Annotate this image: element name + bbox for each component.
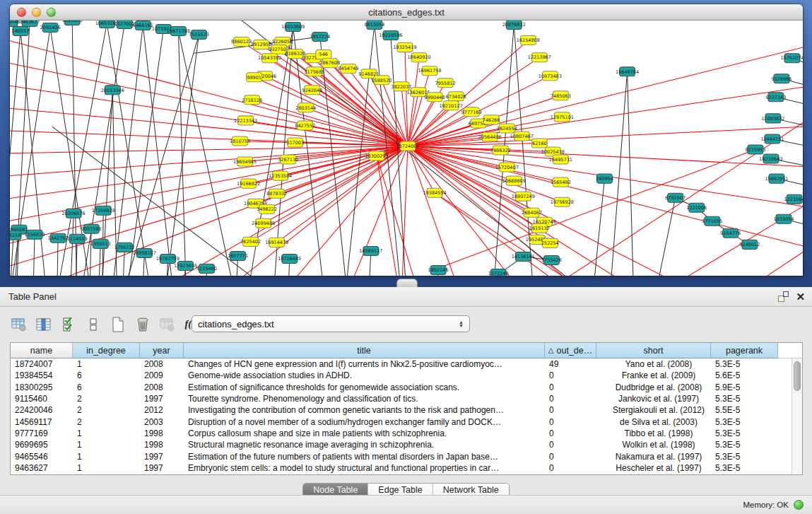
float-panel-icon[interactable] [778,291,789,302]
graph-node[interactable]: 2091406 [40,23,61,33]
graph-node-selected[interactable]: 62160 [531,139,547,148]
graph-node-selected[interactable]: 12213967 [528,53,551,62]
graph-node[interactable]: 16033809 [281,23,305,32]
graph-node[interactable]: 7515523 [189,30,209,40]
table-row[interactable]: 946362711997Embryonic stem cells: a mode… [11,462,802,474]
graph-node-selected[interactable]: 2803144 [295,103,316,112]
graph-node[interactable]: 9227343 [765,93,786,102]
column-header-short[interactable]: short [596,343,711,358]
graph-node[interactable]: 1527002 [114,21,135,29]
graph-node-selected[interactable]: 3267130 [278,155,298,164]
table-row[interactable]: 969969511998Structural magnetic resonanc… [11,439,802,450]
graph-node[interactable]: 15692951 [765,174,788,183]
graph-node[interactable]: 19671388 [167,27,190,36]
delete-attribute-icon[interactable] [134,316,152,333]
column-selector-icon[interactable] [35,316,53,333]
select-columns-icon[interactable] [59,316,78,333]
graph-node-selected[interactable]: 19654985 [233,157,257,166]
graph-node[interactable]: 1657771 [228,251,248,260]
graph-node-selected[interactable]: 18325419 [393,43,416,52]
graph-node-selected[interactable]: 3624554 [497,124,517,133]
graph-node[interactable]: 9699695 [62,21,83,25]
graph-node-selected[interactable]: 3175685 [304,67,324,76]
graph-node-selected[interactable]: 6734028 [446,92,466,101]
table-row[interactable]: 1830029562008Estimation of significance … [11,382,802,393]
graph-node[interactable]: 16782759 [156,254,180,263]
table-settings-icon[interactable] [10,316,28,333]
graph-node[interactable]: 8215953 [745,145,765,154]
graph-node-selected[interactable]: 9777169 [461,107,482,117]
zoom-button[interactable] [47,8,56,17]
graph-node[interactable]: 1350513 [90,239,111,248]
graph-node-selected[interactable]: 19756928 [551,197,574,206]
graph-node[interactable]: 1342757 [48,233,69,243]
graph-node-selected[interactable]: 98901 [247,73,262,82]
graph-node-selected[interactable]: 19210127 [440,101,463,110]
graph-node-selected[interactable]: 1565492 [551,177,571,187]
column-header-title[interactable]: title [184,343,545,358]
table-row[interactable]: 2242004622012Investigating the contribut… [11,404,802,416]
graph-node-selected[interactable]: 2718126 [242,95,262,105]
graph-node[interactable]: 6466161 [133,21,153,30]
graph-node-selected[interactable]: 20564486 [478,132,502,141]
graph-node-selected[interactable]: 16154808 [517,36,540,45]
graph-node-selected[interactable]: 15720407 [495,163,519,172]
graph-node[interactable]: 20206576 [62,209,86,218]
graph-node[interactable]: 1114519 [67,234,88,243]
graph-node[interactable]: 1572240 [488,269,509,276]
graph-node[interactable]: 1771055 [702,216,722,226]
graph-node[interactable]: 9329966 [771,74,792,83]
graph-node[interactable]: 8813054 [364,21,384,30]
table-row[interactable]: 1456911722003Disruption of a novel membe… [11,416,802,427]
graph-node-selected[interactable]: 7625402 [240,237,261,246]
graph-node-selected[interactable]: 10543382 [258,54,281,63]
graph-node[interactable]: 12093832 [761,114,784,123]
graph-node[interactable]: 16958107 [133,248,156,257]
graph-node-selected[interactable]: 7485063 [551,91,571,100]
graph-node[interactable]: 240954 [596,174,613,183]
graph-node-selected[interactable]: 7955812 [435,78,456,88]
graph-node-selected[interactable]: 1615132 [529,223,550,233]
graph-node[interactable]: 7857224 [310,33,330,42]
graph-node-selected[interactable]: 10688609 [502,176,526,185]
column-header-pagerank[interactable]: pagerank [711,343,778,358]
graph-node[interactable]: 1156829 [25,230,45,239]
graph-node-selected[interactable]: 18807249 [512,192,535,201]
graph-node[interactable]: 9465546 [10,21,20,27]
graph-node-selected[interactable]: 8860123 [231,37,252,47]
split-pane-grip[interactable] [396,279,418,287]
graph-node-selected[interactable]: 12975101 [551,112,574,122]
delete-table-icon[interactable] [158,316,177,333]
graph-node-selected[interactable]: 1810755 [230,136,250,146]
graph-node[interactable]: 9463627 [20,21,40,27]
vertical-scrollbar[interactable] [792,358,802,474]
graph-node[interactable]: 14136141 [512,252,535,261]
graph-node-selected[interactable]: 10973483 [539,71,562,81]
table-row[interactable]: 1872400712008Changes of HCN gene express… [11,358,802,370]
graph-node-selected[interactable]: 8454749 [338,64,358,74]
column-header-in_degree[interactable]: in_degree [73,343,140,358]
graph-node-selected[interactable]: 1588520 [371,76,392,85]
graph-node[interactable]: 1221064 [784,194,803,204]
graph-node[interactable]: 1733426 [541,255,562,264]
graph-node[interactable]: 9115460 [196,264,217,273]
table-row[interactable]: 946554611997Estimation of the future num… [11,450,802,462]
graph-node-selected[interactable]: 8878332 [266,189,287,198]
column-header-out_de[interactable]: △out_de… [545,343,596,358]
close-button[interactable] [17,8,26,17]
graph-node[interactable]: 16648784 [616,67,639,76]
graph-node-selected[interactable]: 16961758 [418,66,442,76]
graph-node-selected[interactable]: 252254 [541,238,559,247]
graph-node[interactable]: 15751074 [780,54,803,63]
column-header-year[interactable]: year [140,343,184,358]
minimize-button[interactable] [32,8,41,17]
graph-node[interactable]: 140557 [12,27,30,36]
graph-node[interactable]: 9154776 [720,228,741,238]
table-select-dropdown[interactable]: citations_edges.txt ▲▼ [192,315,470,332]
graph-node[interactable]: 33159 [10,230,21,240]
graph-node[interactable]: 9245012 [739,240,760,249]
graph-node[interactable]: 1892246 [428,265,449,274]
graph-node[interactable]: 9097588 [81,224,102,233]
graph-node[interactable]: 12444151 [760,134,784,144]
graph-node[interactable]: 12923448 [174,261,197,270]
